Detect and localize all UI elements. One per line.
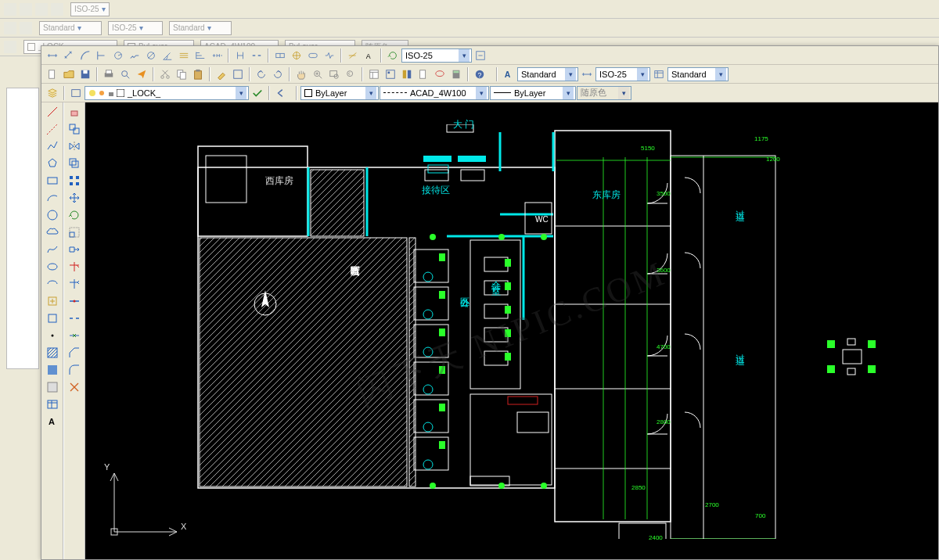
dim-edit-button[interactable] [345,48,361,63]
erase-button[interactable] [67,104,82,120]
sheet-set-button[interactable] [416,66,431,82]
chevron-down-icon[interactable]: ▾ [236,87,246,99]
markup-button[interactable] [432,66,448,82]
make-current-button[interactable] [250,85,265,101]
rotate-button[interactable] [67,207,82,223]
dim-quick-button[interactable] [176,48,192,63]
break-at-point-button[interactable] [67,293,82,309]
explode-button[interactable] [67,379,82,395]
dim-break-button[interactable] [249,48,264,63]
zoom-window-button[interactable] [326,66,342,82]
dim-style-dropdown-2[interactable]: ISO-25 ▾ [595,67,650,81]
rectangle-button[interactable] [45,173,60,188]
circle-button[interactable] [45,207,60,223]
pan-button[interactable] [293,66,309,82]
dim-aligned-button[interactable] [61,48,77,63]
dim-icon[interactable] [579,66,595,82]
tool-palettes-button[interactable] [399,66,415,82]
revcloud-button[interactable] [45,224,60,240]
polyline-button[interactable] [45,138,60,154]
table-style-dropdown[interactable]: Standard ▾ [667,67,729,81]
help-button[interactable]: ? [472,66,487,82]
new-button[interactable] [45,66,60,82]
dim-jogged-button[interactable] [127,48,142,63]
gradient-button[interactable] [45,362,60,378]
undo-button[interactable] [254,66,269,82]
xline-button[interactable] [45,121,60,137]
cut-button[interactable] [157,66,173,82]
text-style-button[interactable]: A [501,66,516,82]
layer-manager-button[interactable] [45,85,60,101]
publish-button[interactable] [134,66,149,82]
layer-previous-button[interactable] [273,85,289,101]
zoom-previous-button[interactable] [343,66,358,82]
dim-diameter-button[interactable] [143,48,159,63]
chevron-down-icon[interactable]: ▾ [563,87,574,99]
join-button[interactable] [67,328,82,343]
arc-button[interactable] [45,190,60,206]
table-style-button[interactable] [651,66,667,82]
dim-style-manager-button[interactable] [473,48,488,63]
dim-angular-button[interactable] [160,48,175,63]
chevron-down-icon[interactable]: ▾ [637,68,648,81]
dim-radius-button[interactable] [110,48,126,63]
dim-text-edit-button[interactable]: A [362,48,377,63]
dim-ordinate-button[interactable] [94,48,110,63]
point-button[interactable] [45,328,60,343]
dim-linear-button[interactable] [45,48,60,63]
redo-button[interactable] [270,66,286,82]
layer-dropdown[interactable]: _LOCK_ ▾ [85,86,249,100]
chevron-down-icon[interactable]: ▾ [618,87,629,99]
dim-style-dropdown[interactable]: ISO-25 ▾ [401,48,472,63]
dim-space-button[interactable] [232,48,248,63]
ellipse-button[interactable] [45,259,60,275]
chevron-down-icon[interactable]: ▾ [365,87,376,99]
hatch-button[interactable] [45,345,60,361]
stretch-button[interactable] [67,242,82,257]
properties-button[interactable] [366,66,382,82]
jogged-linear-button[interactable] [322,48,337,63]
preview-button[interactable] [117,66,133,82]
copy-object-button[interactable] [67,121,82,137]
region-button[interactable] [45,379,60,395]
chevron-down-icon[interactable]: ▾ [715,68,726,81]
plot-button[interactable] [101,66,117,82]
match-prop-button[interactable] [214,66,229,82]
paste-button[interactable] [190,66,206,82]
chevron-down-icon[interactable]: ▾ [459,49,470,62]
move-button[interactable] [67,190,82,206]
chamfer-button[interactable] [67,345,82,361]
quickcalc-button[interactable] [448,66,464,82]
extend-button[interactable] [67,276,82,292]
plotstyle-dropdown[interactable]: 随原色 ▾ [577,86,631,100]
ellipse-arc-button[interactable] [45,276,60,292]
offset-button[interactable] [67,156,82,171]
scale-button[interactable] [67,224,82,240]
dim-update-button[interactable] [385,48,401,63]
dim-continue-button[interactable] [209,48,225,63]
break-button[interactable] [67,311,82,326]
array-button[interactable] [67,173,82,188]
color-dropdown[interactable]: ByLayer ▾ [300,86,379,100]
fillet-button[interactable] [67,362,82,378]
center-mark-button[interactable] [289,48,304,63]
polygon-button[interactable] [45,156,60,171]
open-button[interactable] [61,66,77,82]
mtext-button[interactable]: A [45,414,60,429]
insert-block-button[interactable] [45,293,60,309]
text-style-dropdown[interactable]: Standard ▾ [517,67,578,81]
design-center-button[interactable] [383,66,398,82]
line-button[interactable] [45,104,60,120]
linetype-dropdown[interactable]: ACAD_4W100 ▾ [380,86,489,100]
drawing-canvas[interactable]: 接待区 西库房 大 门 东库房 WC 写真喷绘区 办公区 会 计 室 过 道 过… [85,102,938,559]
chevron-down-icon[interactable]: ▾ [565,68,576,81]
zoom-realtime-button[interactable] [310,66,326,82]
lineweight-dropdown[interactable]: ByLayer ▾ [490,86,576,100]
copy-button[interactable] [174,66,189,82]
block-editor-button[interactable] [230,66,246,82]
inspection-button[interactable] [305,48,321,63]
dim-baseline-button[interactable] [192,48,208,63]
chevron-down-icon[interactable]: ▾ [476,87,487,99]
table-button[interactable] [45,397,60,412]
save-button[interactable] [77,66,93,82]
